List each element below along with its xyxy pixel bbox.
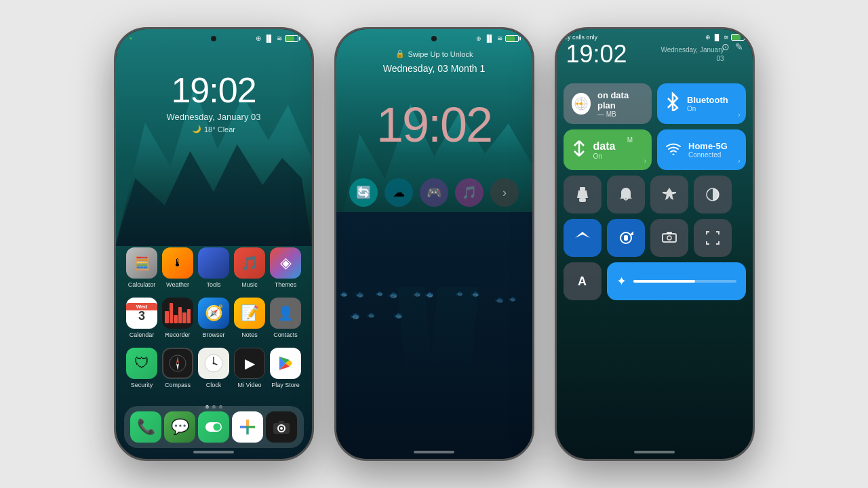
lock-app-5[interactable]: ›: [490, 178, 519, 207]
phone-1: ● ⊕ ▐▌ ≋ 19:02 Wednesday, January 03 🌙 1…: [114, 27, 314, 461]
cc-tile-record[interactable]: [650, 219, 688, 257]
lock-app-1[interactable]: 🔄: [349, 178, 378, 207]
cc-tile-dataplan[interactable]: on data plan — MB: [564, 83, 652, 124]
lock-app-4[interactable]: 🎵: [455, 178, 484, 207]
bluetooth-icon: ⊕: [256, 35, 261, 42]
app-browser[interactable]: 🧭 Browser: [197, 298, 230, 338]
weather-text: 18° Clear: [204, 125, 235, 134]
svg-marker-1: [176, 357, 179, 363]
bt-icon-cc: ⊕: [705, 34, 711, 41]
front-camera: [211, 36, 216, 41]
svg-rect-27: [579, 198, 586, 202]
svg-point-12: [280, 427, 283, 430]
svg-point-6: [213, 363, 215, 365]
edit-icon[interactable]: ✎: [735, 41, 743, 52]
cc-date: Wednesday, January 03: [660, 45, 724, 63]
app-calendar[interactable]: Wed 3 Calendar: [125, 298, 158, 338]
calculator-label: Calculator: [128, 281, 156, 288]
phone-3: cy calls only ⊕ ▐▌ ≋ 19:02 Wednesday, Ja…: [555, 27, 755, 461]
svg-marker-26: [577, 190, 588, 198]
lock-app-shortcuts: 🔄 ☁ 🎮 🎵 ›: [336, 178, 532, 207]
lock-app-3[interactable]: 🎮: [420, 178, 448, 207]
music-icon: 🎵: [234, 247, 265, 279]
cc-status-icons: ⊕ ▐▌ ≋: [705, 34, 745, 41]
cc-tile-lock-rotation[interactable]: [607, 219, 645, 257]
dock-camera[interactable]: [266, 411, 297, 443]
app-playstore[interactable]: Play Store: [269, 348, 302, 388]
battery-icon: [285, 35, 298, 42]
app-notes[interactable]: 📝 Notes: [233, 298, 266, 338]
recorder-label: Recorder: [165, 331, 190, 338]
home-time: 19:02: [116, 70, 312, 110]
dock-messages[interactable]: 💬: [164, 411, 195, 443]
cc-row-5: A ✦: [564, 262, 746, 300]
lock-camera: [431, 36, 437, 41]
app-mivideo[interactable]: ▶ Mi Video: [233, 348, 266, 388]
clock-icon: [198, 348, 229, 379]
app-themes[interactable]: ◈ Themes: [269, 247, 302, 288]
cc-tile-brightness[interactable]: ✦: [607, 262, 746, 300]
app-contacts[interactable]: 👤 Contacts: [269, 298, 302, 338]
cc-tile-wifi[interactable]: Home-5G Connected ›: [657, 129, 746, 170]
themes-icon: ◈: [270, 247, 301, 279]
cc-tile-text-size[interactable]: A: [564, 262, 601, 300]
data-arrow: ›: [644, 157, 646, 165]
wifi-arrow: ›: [738, 157, 740, 165]
app-compass[interactable]: Compass: [161, 348, 194, 388]
cc-tile-flashlight[interactable]: [564, 176, 601, 214]
cc-row-1: on data plan — MB: [564, 83, 746, 124]
svg-rect-31: [624, 235, 628, 241]
dock-toggle[interactable]: [198, 411, 229, 443]
lock-app-2[interactable]: ☁: [384, 178, 413, 207]
playstore-icon: [270, 348, 301, 379]
signal-icon: ▐▌: [264, 35, 273, 42]
phone-2: ⊕ ▐▌ ≋ 🔒 Swipe Up to Unlock Wednesday, 0…: [334, 27, 534, 461]
contacts-label: Contacts: [273, 331, 298, 338]
cc-tile-data[interactable]: data On M ›: [564, 129, 652, 170]
home-date: Wednesday, January 03: [116, 112, 312, 122]
app-recorder[interactable]: Recorder: [161, 298, 194, 338]
app-security[interactable]: 🛡 Security: [125, 348, 158, 388]
brightness-bar[interactable]: [633, 280, 736, 283]
dock-photos[interactable]: [232, 411, 263, 443]
notes-icon: 📝: [234, 298, 265, 329]
home-indicator-1: [193, 451, 234, 453]
wifi-icon: ≋: [277, 35, 282, 42]
app-clock[interactable]: Clock: [197, 348, 230, 388]
rotation-icon[interactable]: ⊙: [722, 41, 730, 52]
cc-tile-fullscreen[interactable]: [694, 219, 732, 257]
moon-icon: 🌙: [192, 125, 201, 134]
swipe-label: Swipe Up to Unlock: [408, 50, 473, 58]
lock-status-icons: ⊕ ▐▌ ≋: [476, 35, 518, 42]
svg-rect-32: [663, 234, 676, 242]
recorder-icon: [162, 298, 193, 329]
dataplan-text: on data plan — MB: [597, 90, 644, 118]
app-weather[interactable]: 🌡 Weather: [161, 247, 194, 288]
weather-label: Weather: [166, 281, 189, 288]
weather-display: 🌙 18° Clear: [116, 125, 312, 134]
app-tools[interactable]: Tools: [197, 247, 230, 288]
dock-phone[interactable]: 📞: [130, 411, 161, 443]
music-label: Music: [241, 281, 258, 288]
data-text: data On: [593, 140, 616, 160]
battery-cc: [731, 34, 745, 41]
cc-tile-invert[interactable]: [694, 176, 732, 214]
clock-label: Clock: [206, 382, 222, 388]
cc-tile-bluetooth[interactable]: Bluetooth On ›: [657, 83, 746, 124]
status-left-dot: ●: [130, 35, 133, 41]
dataplan-icon: [572, 93, 591, 115]
app-music[interactable]: 🎵 Music: [233, 247, 266, 288]
bluetooth-icon-lock: ⊕: [476, 35, 481, 42]
svg-rect-25: [580, 187, 585, 190]
svg-point-33: [667, 236, 671, 240]
app-calculator[interactable]: 🧮 Calculator: [125, 247, 158, 288]
svg-point-16: [580, 102, 583, 105]
cc-tile-bell[interactable]: [607, 176, 645, 214]
bluetooth-arrow: ›: [738, 111, 740, 119]
cc-small-row-1: [564, 176, 746, 214]
cc-tile-airplane[interactable]: [650, 176, 688, 214]
signal-cc: ▐▌: [713, 34, 722, 41]
svg-rect-13: [279, 421, 284, 424]
cc-small-row-2: [564, 219, 746, 257]
cc-tile-location[interactable]: [564, 219, 601, 257]
